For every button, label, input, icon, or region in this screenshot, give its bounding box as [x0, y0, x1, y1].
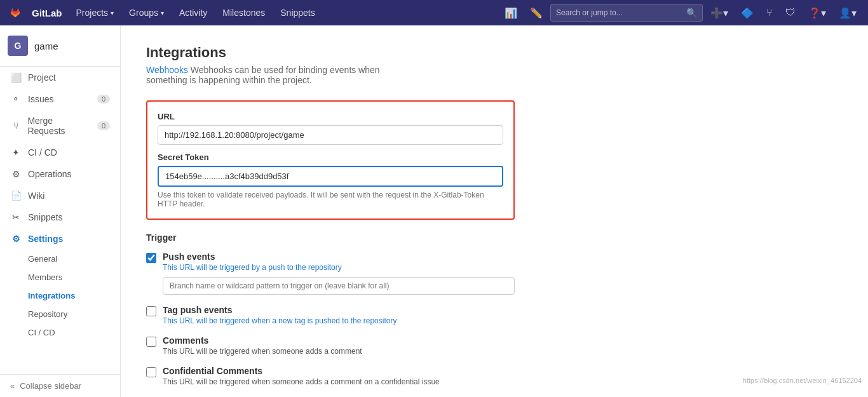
activity-icon-btn[interactable]: ✏️ — [525, 0, 548, 25]
search-placeholder: Search or jump to... — [556, 8, 623, 17]
sidebar-item-operations-label: Operations — [28, 169, 71, 179]
push-events-content: Push events This URL will be triggered b… — [163, 252, 515, 295]
ci-cd-icon: ✦ — [10, 147, 22, 158]
sidebar-subitem-ci-cd[interactable]: CI / CD — [0, 323, 120, 342]
nav-activity[interactable]: Activity — [173, 0, 214, 25]
integrations-label: Integrations — [28, 291, 75, 300]
sidebar-item-issues[interactable]: ⚬ Issues 0 — [0, 88, 120, 110]
cicd-sub-label: CI / CD — [28, 328, 55, 337]
help-icon-btn[interactable]: ❓▾ — [803, 0, 831, 25]
secret-token-help: Use this token to validate received payl… — [158, 191, 503, 208]
collapse-chevron-icon: « — [10, 381, 15, 391]
merge-requests-icon: ⑂ — [10, 121, 21, 131]
nav-groups[interactable]: Groups▾ — [123, 0, 170, 25]
repository-label: Repository — [28, 309, 67, 319]
push-events-title: Push events — [163, 252, 515, 262]
sidebar-item-merge-label: Merge Requests — [27, 116, 90, 136]
user-icon-btn[interactable]: 👤▾ — [834, 0, 862, 25]
url-label: URL — [158, 112, 503, 121]
sidebar-item-settings[interactable]: ⚙ Settings — [0, 228, 120, 250]
comments-desc: This URL will be triggered when someone … — [163, 347, 515, 356]
sidebar-item-project[interactable]: ⬜ Project — [0, 67, 120, 88]
webhook-section: URL Secret Token Use this token to valid… — [146, 100, 515, 397]
confidential-comments-title: Confidential Comments — [163, 366, 515, 376]
webhooks-link[interactable]: Webhooks — [146, 65, 188, 75]
url-input[interactable] — [158, 125, 503, 145]
issues-icon: ⚬ — [10, 94, 22, 104]
secret-token-input[interactable] — [158, 166, 503, 187]
sidebar-nav: ⬜ Project ⚬ Issues 0 ⑂ Merge Requests 0 … — [0, 67, 120, 374]
project-icon: ⬜ — [10, 72, 22, 83]
comments-checkbox[interactable] — [146, 337, 156, 347]
project-avatar: G — [8, 36, 28, 56]
members-label: Members — [28, 273, 62, 282]
trigger-push-events: Push events This URL will be triggered b… — [146, 252, 515, 295]
trigger-tag-push-events: Tag push events This URL will be trigger… — [146, 305, 515, 325]
trigger-section: Trigger Push events This URL will be tri… — [146, 232, 515, 397]
sidebar-subitem-integrations[interactable]: Integrations — [0, 286, 120, 305]
secret-token-label: Secret Token — [158, 152, 503, 162]
tag-push-content: Tag push events This URL will be trigger… — [163, 305, 515, 325]
tag-push-title: Tag push events — [163, 305, 515, 315]
nav-projects[interactable]: Projects▾ — [70, 0, 121, 25]
sidebar-item-wiki-label: Wiki — [28, 191, 44, 201]
operations-icon: ⚙ — [10, 169, 22, 179]
confidential-comments-desc: This URL will be triggered when someone … — [163, 377, 515, 386]
sidebar: G game ⬜ Project ⚬ Issues 0 ⑂ Merge Requ… — [0, 25, 121, 397]
wiki-icon: 📄 — [10, 191, 22, 201]
url-secret-section: URL Secret Token Use this token to valid… — [146, 100, 515, 220]
settings-subnav: General Members Integrations Repository … — [0, 250, 120, 342]
general-label: General — [28, 254, 57, 264]
sidebar-item-operations[interactable]: ⚙ Operations — [0, 163, 120, 185]
confidential-comments-content: Confidential Comments This URL will be t… — [163, 366, 515, 386]
search-box[interactable]: Search or jump to... 🔍 — [550, 4, 703, 22]
sidebar-subitem-general[interactable]: General — [0, 250, 120, 268]
collapse-sidebar-btn[interactable]: « Collapse sidebar — [0, 374, 120, 397]
sidebar-item-ci-cd[interactable]: ✦ CI / CD — [0, 142, 120, 163]
sidebar-subitem-repository[interactable]: Repository — [0, 305, 120, 323]
push-events-checkbox[interactable] — [146, 253, 156, 263]
collapse-label: Collapse sidebar — [20, 381, 81, 391]
sidebar-item-project-label: Project — [28, 72, 56, 83]
branch-pattern-input[interactable] — [163, 277, 515, 295]
sidebar-item-snippets-label: Snippets — [28, 212, 62, 222]
sidebar-item-snippets[interactable]: ✂ Snippets — [0, 206, 120, 228]
merge-requests-badge: 0 — [97, 121, 110, 130]
issues-badge: 0 — [97, 95, 110, 104]
tag-push-desc: This URL will be triggered when a new ta… — [163, 316, 515, 325]
page-subtitle: Webhooks Webhooks can be used for bindin… — [146, 65, 843, 85]
nav-milestones[interactable]: Milestones — [216, 0, 271, 25]
sidebar-item-merge-requests[interactable]: ⑂ Merge Requests 0 — [0, 110, 120, 142]
nav-snippets[interactable]: Snippets — [274, 0, 321, 25]
sidebar-item-wiki[interactable]: 📄 Wiki — [0, 185, 120, 206]
trigger-confidential-comments: Confidential Comments This URL will be t… — [146, 366, 515, 386]
push-events-desc: This URL will be triggered by a push to … — [163, 263, 515, 272]
top-navigation: GitLab Projects▾ Groups▾ Activity Milest… — [0, 0, 868, 25]
project-header: G game — [0, 25, 120, 67]
merge-icon-btn[interactable]: ⑂ — [761, 0, 778, 25]
sidebar-item-settings-label: Settings — [28, 234, 63, 244]
comments-title: Comments — [163, 335, 515, 346]
comments-content: Comments This URL will be triggered when… — [163, 335, 515, 356]
sidebar-item-issues-label: Issues — [28, 94, 53, 104]
trigger-label: Trigger — [146, 232, 515, 243]
project-name: game — [34, 41, 58, 51]
tag-push-checkbox[interactable] — [146, 306, 156, 316]
settings-icon: ⚙ — [10, 234, 22, 244]
gitlab-logo[interactable] — [6, 4, 24, 22]
gitlab-brand-label: GitLab — [32, 8, 62, 18]
plus-icon-btn[interactable]: ➕▾ — [705, 0, 733, 25]
sidebar-subitem-members[interactable]: Members — [0, 268, 120, 286]
shield-icon-btn[interactable]: 🛡 — [780, 0, 801, 25]
trigger-comments: Comments This URL will be triggered when… — [146, 335, 515, 356]
code-icon-btn[interactable]: 🔷 — [736, 0, 759, 25]
main-content: Integrations Webhooks Webhooks can be us… — [121, 25, 868, 397]
sidebar-item-cicd-label: CI / CD — [28, 147, 57, 158]
page-title: Integrations — [146, 44, 843, 61]
confidential-comments-checkbox[interactable] — [146, 367, 156, 377]
chart-icon-btn[interactable]: 📊 — [499, 0, 522, 25]
snippets-icon: ✂ — [10, 212, 22, 222]
